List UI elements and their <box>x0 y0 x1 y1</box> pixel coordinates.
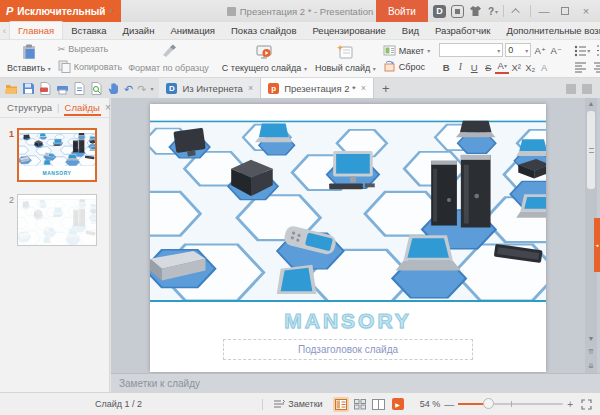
notes-area[interactable]: Заметки к слайду <box>111 373 600 392</box>
zoom-out-button[interactable]: — <box>444 399 454 410</box>
font-size-select[interactable]: 0▾ <box>505 43 531 57</box>
open-file-icon[interactable] <box>5 82 18 95</box>
tab-slideshow[interactable]: Показ слайдов <box>223 22 304 39</box>
slide-title[interactable]: MANSORY <box>150 302 546 333</box>
print-icon[interactable] <box>56 82 69 95</box>
font-name-select[interactable]: ▾ <box>439 43 503 57</box>
scroll-tabs-left-icon[interactable]: ‹ <box>2 26 9 39</box>
close-panel-icon[interactable]: × <box>105 102 111 113</box>
login-button[interactable]: Войти <box>376 0 428 22</box>
format-painter-brush-icon[interactable] <box>161 43 177 59</box>
normal-view-icon <box>335 399 347 410</box>
fit-to-window-icon[interactable] <box>581 399 592 410</box>
export-pdf-icon[interactable] <box>39 82 52 95</box>
minimize-button[interactable]: — <box>536 3 552 19</box>
tab-insert[interactable]: Вставка <box>63 22 114 39</box>
subscript-button[interactable]: X₂ <box>523 60 537 74</box>
redo-icon[interactable]: ↷ <box>137 83 146 95</box>
next-slide-icon[interactable]: ⇊ <box>588 359 594 373</box>
clear-format-button[interactable]: A <box>537 60 551 74</box>
slides-tab[interactable]: Слайды <box>64 99 101 116</box>
bold-button[interactable]: B <box>439 60 453 74</box>
tab-extras[interactable]: Дополнительные возможности <box>498 22 600 39</box>
layout-icon <box>383 44 396 57</box>
slide-2-thumbnail[interactable] <box>17 194 97 246</box>
doc-tab-presentation[interactable]: p Презентация 2 * × <box>261 78 374 98</box>
subtitle-placeholder[interactable]: Подзаголовок слайда <box>223 339 473 360</box>
current-slide[interactable]: MANSORY Подзаголовок слайда <box>150 104 546 372</box>
divider <box>530 5 531 17</box>
zoom-in-button[interactable]: + <box>567 399 573 410</box>
tab-list-icon[interactable] <box>566 84 576 94</box>
web-doc-icon: D <box>166 83 177 94</box>
tab-layout-icon[interactable] <box>582 84 592 94</box>
normal-view-button[interactable] <box>333 397 349 412</box>
docer-templates-icon[interactable]: D <box>433 5 446 18</box>
reset-button[interactable]: Сброс <box>380 59 434 74</box>
previous-slide-icon[interactable]: ⇈ <box>588 345 594 359</box>
quick-access-menu-icon[interactable]: ▾ <box>150 85 153 92</box>
outline-tab[interactable]: Структура <box>6 99 53 116</box>
format-painter-button[interactable]: Формат по образцу <box>125 62 212 74</box>
tab-home[interactable]: Главная <box>9 21 63 39</box>
zoom-slider[interactable] <box>458 403 563 405</box>
play-from-current-slide-button[interactable]: С текущего слайда ▾ <box>218 42 311 75</box>
align-left-button[interactable] <box>573 60 588 74</box>
preview-icon[interactable] <box>90 82 103 95</box>
tab-animation[interactable]: Анимация <box>162 22 223 39</box>
title-bar: P Исключительный ▾ Презентация 2 * - Pre… <box>0 0 600 22</box>
tab-view[interactable]: Вид <box>394 22 427 39</box>
strikethrough-button[interactable]: S <box>481 60 495 74</box>
scroll-up-icon[interactable]: ▲ <box>588 98 595 109</box>
help-icon[interactable]: ?▾ <box>488 4 498 18</box>
side-panel-handle[interactable]: ◂ <box>594 218 600 272</box>
app-menu-button[interactable]: P Исключительный ▾ <box>0 0 121 22</box>
notes-toggle[interactable]: Заметки <box>273 399 322 409</box>
copy-icon <box>58 60 71 73</box>
numbered-list-button[interactable]: ▾ <box>595 43 600 57</box>
reading-view-button[interactable] <box>371 397 387 412</box>
save-icon[interactable] <box>22 82 35 95</box>
hand-tool-icon[interactable] <box>107 82 120 95</box>
new-tab-button[interactable]: + <box>374 81 398 98</box>
bullet-list-button[interactable]: ▾ <box>573 43 591 57</box>
align-center-button[interactable] <box>592 60 600 74</box>
tab-review[interactable]: Рецензирование <box>304 22 393 39</box>
zoom-slider-thumb[interactable] <box>483 398 494 409</box>
collapse-ribbon-icon[interactable] <box>509 3 525 19</box>
scrollbar-thumb[interactable] <box>587 111 595 189</box>
tab-design[interactable]: Дизайн <box>114 22 162 39</box>
grow-font-button[interactable]: A⁺ <box>533 43 547 57</box>
close-tab-icon[interactable]: × <box>248 83 253 93</box>
layout-button[interactable]: Макет▾ <box>380 43 434 58</box>
slide-sorter-button[interactable] <box>352 397 368 412</box>
undo-icon[interactable]: ↶ <box>124 83 133 95</box>
shrink-font-button[interactable]: A⁻ <box>549 43 563 57</box>
skin-theme-icon[interactable] <box>469 4 483 18</box>
slide-1-thumbnail[interactable]: MANSORY <box>17 128 97 182</box>
cut-button[interactable]: ✂Вырезать <box>55 43 125 55</box>
close-button[interactable]: × <box>578 3 594 19</box>
doc-tab-internet[interactable]: D Из Интернета × <box>159 78 261 98</box>
paste-button[interactable]: Вставить ▾ <box>3 42 55 75</box>
maximize-button[interactable] <box>557 3 573 19</box>
slide-canvas[interactable]: MANSORY Подзаголовок слайда <box>111 98 600 373</box>
close-tab-icon[interactable]: × <box>361 83 366 93</box>
slide-thumbnail-row: 1 MANSORY <box>0 128 105 182</box>
tab-developer[interactable]: Разработчик <box>427 22 498 39</box>
print-preview-icon[interactable] <box>73 82 86 95</box>
bullet-list-icon <box>574 44 587 57</box>
underline-button[interactable]: U <box>467 60 481 74</box>
new-slide-icon <box>337 44 353 60</box>
wps-logo-icon: P <box>6 5 13 17</box>
slideshow-button[interactable]: ▶ <box>390 397 406 412</box>
copy-button[interactable]: Копировать <box>55 59 125 74</box>
new-slide-button[interactable]: Новый слайд ▾ <box>311 42 380 75</box>
notes-icon <box>273 399 285 409</box>
superscript-button[interactable]: X² <box>509 60 523 74</box>
scroll-down-icon[interactable]: ▼ <box>588 332 595 345</box>
screenshot-icon[interactable] <box>451 5 464 18</box>
slide-image[interactable] <box>150 104 546 300</box>
italic-button[interactable]: I <box>453 60 467 74</box>
font-color-button[interactable]: A▾ <box>495 60 509 74</box>
